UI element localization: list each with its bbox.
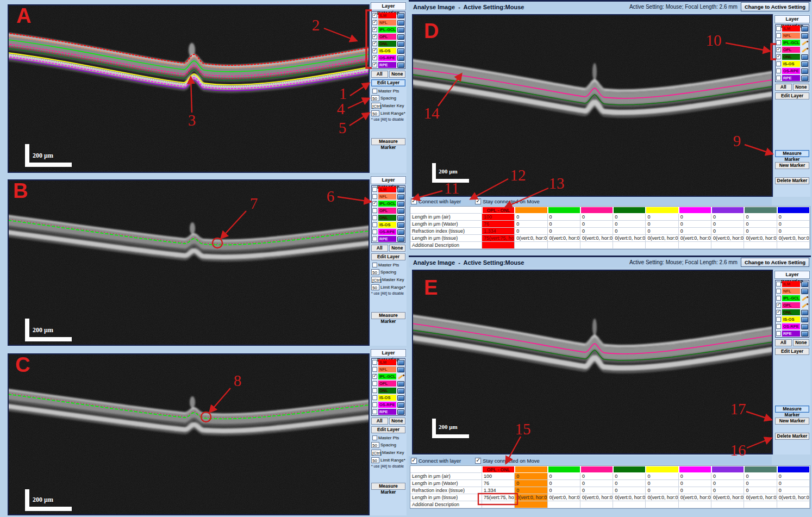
layer-mode-icon[interactable] <box>397 27 404 33</box>
layer-checkbox[interactable] <box>372 20 377 25</box>
table-cell[interactable]: 0 <box>613 487 646 494</box>
layer-mode-icon[interactable] <box>397 34 404 40</box>
layer-checkbox[interactable] <box>776 26 781 31</box>
master-pts-row[interactable]: Master Pts <box>372 435 405 440</box>
layer-checkbox[interactable] <box>776 282 781 286</box>
stay-connected-checkbox[interactable] <box>475 198 481 204</box>
table-cell[interactable]: 0 <box>515 473 547 480</box>
layer-checkbox[interactable] <box>372 402 377 407</box>
table-cell[interactable]: 0(vert:0, hor:0) <box>679 235 711 242</box>
layer-mode-icon[interactable] <box>397 374 404 379</box>
layer-row[interactable]: ILM <box>372 12 405 19</box>
table-cell[interactable] <box>482 501 515 508</box>
layer-row[interactable]: NFL <box>372 19 405 26</box>
table-cell[interactable]: 0 <box>711 214 744 221</box>
layer-row[interactable]: OPL <box>372 33 405 40</box>
layer-mode-icon[interactable] <box>801 289 808 294</box>
stay-connected-checkbox[interactable] <box>475 458 481 464</box>
layer-mode-icon[interactable] <box>397 402 404 408</box>
layer-mode-icon[interactable] <box>397 409 404 415</box>
master-key-input[interactable]: [Ctrl] <box>371 103 381 109</box>
layer-checkbox[interactable] <box>372 409 377 414</box>
layer-row[interactable]: OPL <box>372 380 405 387</box>
table-cell[interactable] <box>744 501 777 508</box>
table-cell[interactable]: 0 <box>580 480 613 487</box>
table-cell[interactable]: 0(vert:0, hor:0) <box>548 494 580 501</box>
table-cell[interactable]: 0 <box>646 214 678 221</box>
layer-mode-icon[interactable] <box>397 55 404 61</box>
table-cell[interactable]: 0 <box>711 221 744 228</box>
layer-mode-icon[interactable] <box>801 61 808 67</box>
table-cell[interactable]: 0 <box>646 487 678 494</box>
layer-checkbox[interactable] <box>372 236 377 241</box>
edit-layer-button[interactable]: Edit Layer <box>371 79 405 86</box>
table-column-header[interactable] <box>744 466 777 473</box>
master-pts-checkbox[interactable] <box>372 263 377 267</box>
layer-mode-icon[interactable] <box>397 367 404 372</box>
table-cell[interactable]: 0 <box>548 221 580 228</box>
layer-checkbox[interactable] <box>372 194 377 199</box>
layer-mode-icon[interactable] <box>397 236 404 242</box>
layer-mode-icon[interactable] <box>397 208 404 214</box>
all-button[interactable]: All <box>371 245 388 252</box>
layer-checkbox[interactable] <box>372 48 377 53</box>
table-column-header[interactable] <box>679 207 711 214</box>
all-button[interactable]: All <box>371 71 388 78</box>
table-cell[interactable] <box>482 242 515 249</box>
table-column-header[interactable] <box>711 466 744 473</box>
table-column-header[interactable] <box>646 207 678 214</box>
layer-mode-icon[interactable] <box>397 215 404 221</box>
layer-mode-icon[interactable] <box>801 68 808 74</box>
table-cell[interactable]: 0(vert:0, hor:0) <box>744 494 777 501</box>
layer-row[interactable]: IPL-GCL <box>372 200 405 207</box>
table-cell[interactable]: 0(vert:0, hor:0) <box>646 494 678 501</box>
table-cell[interactable]: 0 <box>679 487 711 494</box>
layer-mode-icon[interactable] <box>397 222 404 228</box>
table-cell[interactable]: 0 <box>679 214 711 221</box>
table-cell[interactable]: 0 <box>515 228 547 235</box>
table-cell[interactable]: 0 <box>548 487 580 494</box>
master-pts-row[interactable]: Master Pts <box>372 89 405 94</box>
table-cell[interactable]: 0 <box>613 221 646 228</box>
layer-mode-icon[interactable] <box>397 48 404 54</box>
table-cell[interactable]: 0 <box>515 487 547 494</box>
table-column-header[interactable] <box>613 207 646 214</box>
layer-row[interactable]: ONL <box>776 309 809 316</box>
layer-mode-icon[interactable] <box>397 381 404 387</box>
layer-row[interactable]: RPE <box>776 74 809 82</box>
layer-checkbox[interactable] <box>776 61 781 66</box>
layer-mode-icon[interactable] <box>397 13 404 18</box>
table-cell[interactable]: 0 <box>580 221 613 228</box>
table-cell[interactable]: 0 <box>744 221 777 228</box>
table-cell[interactable]: 1.334 <box>482 228 515 235</box>
master-key-input[interactable]: [Ctrl] <box>371 450 381 456</box>
stay-connected-option[interactable]: Stay connected on Move <box>475 458 540 464</box>
layer-mode-icon[interactable] <box>397 395 404 401</box>
layer-checkbox[interactable] <box>776 324 781 329</box>
table-cell[interactable]: 0 <box>646 228 678 235</box>
table-cell[interactable]: 0(vert:0, hor:0) <box>711 235 744 242</box>
none-button[interactable]: None <box>793 339 810 346</box>
table-cell[interactable]: 0 <box>777 214 810 221</box>
layer-mode-icon[interactable] <box>397 360 404 365</box>
table-cell[interactable]: 0 <box>613 228 646 235</box>
table-cell[interactable]: 0(vert:0, hor:0) <box>646 235 678 242</box>
table-cell[interactable]: 0 <box>711 473 744 480</box>
layer-row[interactable]: IS-OS <box>776 316 809 323</box>
table-cell[interactable] <box>613 242 646 249</box>
layer-row[interactable]: OPL <box>372 207 405 214</box>
connect-with-layer-checkbox[interactable] <box>411 458 417 464</box>
table-cell[interactable]: 0(vert:0, hor:0) <box>777 494 810 501</box>
limit-range-input[interactable]: 50 <box>371 457 379 463</box>
master-pts-checkbox[interactable] <box>372 435 377 440</box>
limit-range-input[interactable]: 50 <box>371 110 379 116</box>
layer-checkbox[interactable] <box>776 296 781 301</box>
table-cell[interactable]: 0(vert:0, hor:0) <box>580 235 613 242</box>
table-column-header[interactable] <box>613 466 646 473</box>
layer-row[interactable]: OS-RPE <box>372 401 405 408</box>
table-cell[interactable]: 0 <box>548 473 580 480</box>
layer-checkbox[interactable] <box>372 367 377 372</box>
layer-row[interactable]: ILM <box>372 186 405 193</box>
layer-checkbox[interactable] <box>776 54 781 59</box>
layer-checkbox[interactable] <box>372 187 377 192</box>
